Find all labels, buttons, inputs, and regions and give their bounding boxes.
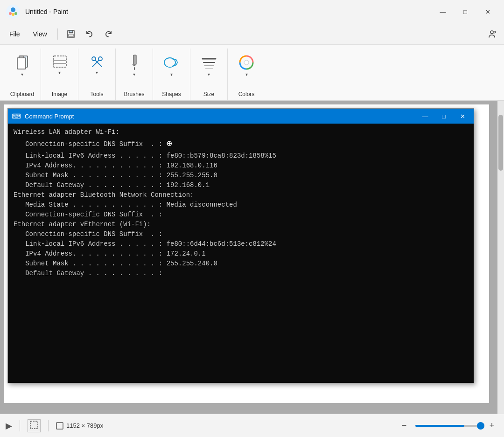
tools-chevron: ▾ [96, 70, 98, 75]
scrollbar-thumb[interactable] [498, 115, 503, 171]
svg-rect-6 [69, 30, 73, 33]
shapes-button[interactable]: ▾ [161, 52, 183, 79]
colors-label: Colors [238, 91, 255, 97]
cmd-line: Ethernet adapter vEthernet (Wi-Fi): [14, 220, 468, 229]
size-icons: ▾ [199, 49, 219, 89]
image-chevron: ▾ [58, 70, 61, 75]
svg-point-4 [12, 13, 14, 16]
cmd-line: Connection-specific DNS Suffix . : [14, 229, 468, 239]
svg-point-8 [490, 31, 493, 34]
save-button[interactable] [63, 27, 79, 42]
zoom-in-button[interactable]: + [485, 419, 498, 432]
svg-rect-12 [53, 56, 66, 67]
brushes-button[interactable]: ▾ [124, 52, 145, 79]
cmd-window[interactable]: ⌨ Command Prompt — □ ✕ Wireless LAN adap… [7, 108, 474, 383]
zoom-controls: − + [398, 419, 498, 432]
cmd-line: Wireless LAN adapter Wi-Fi: [14, 127, 468, 137]
cmd-line: Connection-specific DNS Suffix . : [14, 210, 468, 220]
cmd-line: IPv4 Address. . . . . . . . . . . : 172.… [14, 249, 468, 259]
cmd-line: Default Gateway . . . . . . . . . : [14, 269, 468, 278]
svg-rect-29 [56, 423, 63, 429]
ribbon-group-brushes: ▾ Brushes [116, 49, 153, 100]
tools-label: Tools [90, 91, 103, 97]
shapes-label: Shapes [162, 91, 181, 97]
canvas-area[interactable]: ⌨ Command Prompt — □ ✕ Wireless LAN adap… [0, 101, 504, 414]
cmd-title: Command Prompt [25, 113, 414, 120]
zoom-slider-thumb[interactable] [477, 422, 484, 430]
cmd-line: Media State . . . . . . . . . . . : Medi… [14, 200, 468, 210]
size-button[interactable]: ▾ [199, 52, 219, 79]
cmd-maximize[interactable]: □ [436, 111, 451, 122]
ribbon-group-colors: ▾ Colors [228, 49, 265, 100]
ribbon-group-image: ▾ Image [41, 49, 78, 100]
clipboard-button[interactable]: ▾ [13, 52, 32, 79]
undo-button[interactable] [81, 27, 98, 42]
cmd-close[interactable]: ✕ [455, 111, 470, 122]
status-bar: ▶ 1152 × 789px − + [0, 414, 504, 437]
image-button[interactable]: ▾ [49, 52, 70, 77]
tools-button[interactable]: ▾ [87, 52, 107, 77]
cmd-line: IPv4 Address. . . . . . . . . . . : 192.… [14, 161, 468, 171]
ribbon-group-shapes: ▾ Shapes [153, 49, 190, 100]
status-divider-2 [48, 420, 49, 431]
svg-rect-10 [17, 58, 26, 69]
svg-point-1 [11, 7, 15, 12]
title-bar-controls: — □ ✕ [432, 4, 498, 19]
close-button[interactable]: ✕ [477, 4, 498, 19]
dimensions-display: 1152 × 789px [56, 422, 103, 430]
size-label: Size [203, 91, 214, 97]
cmd-line: Subnet Mask . . . . . . . . . . . : 255.… [14, 171, 468, 180]
ribbon-group-tools: ▾ Tools [78, 49, 116, 100]
cmd-titlebar[interactable]: ⌨ Command Prompt — □ ✕ [8, 109, 474, 124]
ribbon-group-size: ▾ Size [190, 49, 228, 100]
svg-rect-20 [134, 67, 135, 70]
cmd-line: Ethernet adapter Bluetooth Network Conne… [14, 190, 468, 200]
image-label: Image [52, 91, 67, 97]
colors-chevron: ▾ [245, 72, 248, 77]
svg-rect-28 [30, 421, 38, 429]
select-tool[interactable] [28, 419, 41, 432]
share-button[interactable] [483, 27, 500, 42]
canvas-dimensions: 1152 × 789px [66, 422, 103, 429]
brushes-icons: ▾ [124, 49, 145, 89]
tools-icons: ▾ [87, 49, 107, 89]
title-bar: Untitled - Paint — □ ✕ [0, 0, 504, 23]
svg-rect-11 [19, 56, 24, 58]
redo-button[interactable] [100, 27, 117, 42]
cmd-icon: ⌨ [12, 112, 21, 120]
menu-view[interactable]: View [28, 28, 53, 41]
shapes-chevron: ▾ [170, 72, 173, 77]
colors-icons: ▾ [235, 49, 258, 89]
clipboard-icons: ▾ [13, 49, 32, 89]
svg-rect-7 [69, 34, 73, 37]
cmd-line: Link-local IPv6 Address . . . . . : fe80… [14, 151, 468, 161]
svg-point-3 [14, 12, 17, 15]
cmd-line: Connection-specific DNS Suffix . : ⊕ [14, 137, 468, 151]
clipboard-chevron: ▾ [21, 72, 23, 77]
shapes-icons: ▾ [161, 49, 183, 89]
menu-bar: File View [0, 23, 504, 45]
svg-point-27 [244, 60, 249, 65]
cmd-line: Default Gateway . . . . . . . . . : 192.… [14, 180, 468, 190]
arrow-tool[interactable]: ▶ [6, 421, 12, 431]
svg-point-2 [9, 12, 12, 15]
app-icon [6, 4, 21, 19]
zoom-slider-fill [415, 425, 464, 427]
title-bar-left: Untitled - Paint [6, 4, 68, 19]
scrollbar-vertical[interactable] [497, 101, 504, 414]
brushes-chevron: ▾ [133, 72, 135, 77]
zoom-slider-track[interactable] [415, 425, 481, 427]
menu-bar-right [483, 27, 500, 42]
clipboard-label: Clipboard [10, 91, 34, 97]
app-title: Untitled - Paint [25, 8, 68, 15]
cmd-minimize[interactable]: — [418, 111, 433, 122]
zoom-out-button[interactable]: − [398, 419, 411, 432]
colors-button[interactable]: ▾ [235, 52, 258, 79]
maximize-button[interactable]: □ [455, 4, 476, 19]
minimize-button[interactable]: — [432, 4, 454, 19]
image-icons: ▾ [49, 49, 70, 89]
menu-divider [57, 28, 58, 40]
paint-canvas[interactable]: ⌨ Command Prompt — □ ✕ Wireless LAN adap… [4, 104, 489, 403]
menu-file[interactable]: File [4, 28, 26, 41]
cmd-content[interactable]: Wireless LAN adapter Wi-Fi: Connection-s… [8, 124, 474, 383]
